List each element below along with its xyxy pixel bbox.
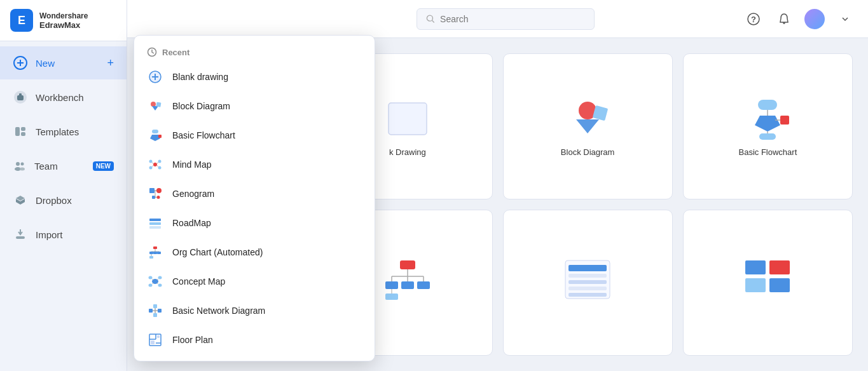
dropdown-item-roadmap-label: RoadMap — [172, 218, 211, 228]
dropdown-item-orgchart-label: Org Chart (Automated) — [172, 247, 263, 257]
templates-icon — [13, 124, 28, 139]
sidebar-item-new-label: New — [36, 58, 55, 69]
card-basic-flowchart[interactable]: Basic Flowchart — [683, 53, 853, 199]
basic-flowchart-label: Basic Flowchart — [739, 147, 797, 157]
card-block-diagram[interactable]: Block Diagram — [503, 53, 673, 199]
svg-rect-56 — [568, 265, 607, 271]
sidebar: E Wondershare EdrawMax New + — [0, 0, 127, 371]
svg-point-76 — [149, 160, 153, 163]
networkdiagram-icon — [147, 302, 163, 319]
dropdown-item-orgchart[interactable]: Org Chart (Automated) — [134, 238, 375, 267]
svg-line-19 — [432, 20, 434, 22]
svg-rect-52 — [417, 281, 430, 289]
svg-rect-62 — [769, 260, 790, 274]
dropdown-item-flowchart[interactable]: Basic Flowchart — [134, 121, 375, 150]
logo-bottom: EdrawMax — [39, 20, 88, 30]
recent-dropdown[interactable]: Recent Blank drawing Block Diagram — [134, 35, 375, 361]
orgchart-icon — [147, 244, 163, 260]
svg-rect-34 — [759, 133, 776, 140]
dropdown-item-conceptmap[interactable]: Concept Map — [134, 267, 375, 296]
svg-rect-91 — [149, 219, 161, 221]
sidebar-item-new[interactable]: New + — [0, 46, 127, 79]
card-8[interactable] — [683, 210, 853, 356]
sidebar-item-workbench[interactable]: Workbench — [0, 81, 127, 114]
svg-point-10 — [21, 163, 24, 166]
svg-marker-30 — [755, 116, 780, 132]
svg-rect-58 — [568, 280, 607, 284]
sidebar-item-templates[interactable]: Templates — [0, 115, 127, 148]
dropdown-item-blank[interactable]: Blank drawing — [134, 62, 375, 91]
search-icon — [426, 14, 436, 24]
dropdown-item-roadmap[interactable]: RoadMap — [134, 208, 375, 238]
search-bar[interactable] — [417, 8, 595, 30]
dropdown-item-mindmap[interactable]: Mind Map — [134, 150, 375, 179]
org-thumb — [382, 257, 433, 302]
svg-line-83 — [157, 166, 158, 167]
team-icon — [13, 158, 27, 173]
sidebar-item-team[interactable]: Team NEW — [0, 149, 127, 182]
genogram-icon — [147, 186, 163, 202]
blank-drawing-thumb — [382, 97, 433, 141]
svg-text:?: ? — [751, 15, 756, 24]
team-new-badge: NEW — [93, 161, 114, 171]
svg-rect-28 — [758, 100, 777, 110]
sidebar-item-templates-label: Templates — [36, 126, 79, 137]
block-diagram-icon — [147, 98, 163, 114]
workbench-icon — [13, 90, 28, 105]
svg-rect-72 — [152, 130, 158, 133]
dropdown-item-conceptmap-label: Concept Map — [172, 276, 225, 287]
svg-point-75 — [153, 163, 157, 166]
svg-point-106 — [158, 284, 162, 287]
logo-icon: E — [10, 9, 33, 32]
svg-rect-50 — [385, 281, 398, 289]
svg-marker-26 — [576, 119, 599, 133]
svg-rect-97 — [149, 252, 153, 254]
svg-rect-71 — [156, 102, 161, 107]
card7-thumb — [562, 257, 613, 302]
svg-rect-94 — [153, 246, 157, 249]
conceptmap-icon — [147, 273, 163, 290]
header-icons: ? — [743, 9, 855, 29]
block-diagram-thumb — [562, 97, 613, 141]
svg-point-18 — [427, 15, 432, 21]
sidebar-item-dropbox[interactable]: Dropbox — [0, 184, 127, 217]
dropdown-item-block[interactable]: Block Diagram — [134, 91, 375, 121]
dropdown-item-networkdiagram[interactable]: Basic Network Diagram — [134, 296, 375, 325]
recent-icon — [147, 47, 157, 57]
notification-icon[interactable] — [774, 9, 794, 29]
svg-point-103 — [149, 276, 153, 280]
sidebar-item-team-label: Team — [34, 161, 58, 172]
svg-line-82 — [152, 166, 153, 167]
svg-point-12 — [20, 168, 25, 171]
svg-point-105 — [149, 284, 153, 287]
card-7[interactable] — [503, 210, 673, 356]
dropdown-item-block-label: Block Diagram — [172, 101, 230, 111]
svg-rect-74 — [158, 135, 162, 138]
dropdown-item-blank-label: Blank drawing — [172, 72, 228, 82]
dropdown-item-genogram[interactable]: Genogram — [134, 179, 375, 208]
dropdown-section-recent: Recent — [134, 42, 375, 62]
dropdown-item-floorplan[interactable]: Floor Plan — [134, 325, 375, 354]
svg-point-78 — [149, 166, 153, 170]
dropbox-icon — [13, 192, 28, 208]
svg-rect-7 — [21, 127, 25, 131]
svg-point-77 — [158, 160, 162, 163]
floorplan-icon — [147, 332, 163, 348]
svg-rect-51 — [401, 281, 414, 289]
svg-rect-32 — [780, 116, 789, 125]
sidebar-nav: New + Workbench Templates — [0, 41, 127, 256]
svg-point-88 — [157, 196, 160, 199]
flowchart-icon — [147, 127, 163, 144]
import-icon — [13, 227, 28, 242]
svg-rect-92 — [149, 222, 161, 225]
user-avatar[interactable] — [804, 9, 825, 29]
svg-rect-111 — [149, 309, 153, 313]
help-icon[interactable]: ? — [743, 9, 764, 29]
svg-line-80 — [152, 163, 153, 164]
mindmap-icon — [147, 156, 163, 173]
chevron-down-icon[interactable] — [835, 9, 855, 29]
svg-rect-121 — [151, 341, 155, 344]
search-input[interactable] — [440, 14, 584, 24]
card8-thumb — [742, 257, 793, 302]
sidebar-item-import[interactable]: Import — [0, 218, 127, 251]
